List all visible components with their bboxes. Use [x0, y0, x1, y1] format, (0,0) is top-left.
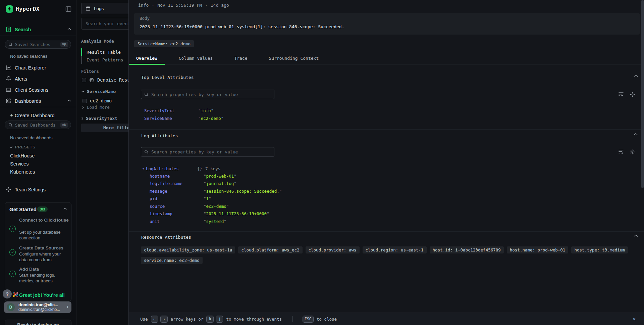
filter-group-severitytext[interactable]: SeverityText: [81, 116, 117, 121]
resource-chip[interactable]: host.id: i-0abc123def456789: [430, 246, 504, 253]
get-started-step-title[interactable]: Connect to ClickHouse: [19, 217, 69, 223]
wrap-lines-icon[interactable]: [618, 92, 624, 97]
chevron-up-icon[interactable]: [634, 234, 638, 237]
resource-chip[interactable]: host.name: prod-web-01: [507, 246, 569, 253]
sidebar-item-dashboards[interactable]: Dashboards: [0, 98, 76, 105]
chevron-up-icon: [67, 99, 71, 102]
preset-clickhouse[interactable]: ClickHouse: [10, 153, 35, 158]
property-search-input[interactable]: Search properties by key or value: [141, 147, 274, 156]
sidebar-item-alerts[interactable]: Alerts: [0, 76, 76, 83]
attribute-key[interactable]: log.file.name: [150, 181, 204, 186]
log-attributes-root-row[interactable]: ▾ LogAttributes {}7 keys: [142, 166, 220, 171]
sidebar-item-client-sessions[interactable]: Client Sessions: [0, 87, 76, 94]
get-started-step-title[interactable]: Add Data: [19, 266, 69, 272]
chevron-up-icon[interactable]: [634, 133, 638, 136]
chart-icon: [6, 65, 11, 71]
attribute-value[interactable]: "info": [198, 108, 213, 113]
resource-chip[interactable]: cloud.availability_zone: us-east-1a: [141, 246, 235, 253]
sidebar-collapse-icon[interactable]: [65, 6, 72, 12]
attribute-value[interactable]: "prod-web-01": [204, 174, 236, 179]
expander-triangle-icon[interactable]: ▾: [142, 167, 144, 171]
attribute-key[interactable]: message: [150, 189, 204, 194]
attribute-key[interactable]: hostname: [150, 174, 204, 179]
chevron-up-icon[interactable]: [634, 75, 638, 77]
get-started-step-title[interactable]: Create Data Sources: [19, 245, 69, 251]
chevron-down-icon: [81, 90, 85, 93]
gear-icon[interactable]: [630, 92, 635, 97]
ready-to-deploy-banner[interactable]: Ready to deploy on: [5, 320, 71, 325]
attribute-value[interactable]: "1": [204, 196, 211, 201]
hint-text: arrow keys or: [171, 317, 204, 322]
divider: [0, 107, 76, 107]
preset-services[interactable]: Services: [10, 161, 29, 167]
scrollbar-thumb[interactable]: [641, 0, 644, 188]
attribute-row[interactable]: timestamp "2025-11-11T23:56:19+0000": [150, 211, 269, 216]
load-more-button[interactable]: Load more: [82, 105, 110, 110]
chevron-down-icon: [9, 146, 13, 148]
mode-event-patterns[interactable]: Event Patterns: [81, 56, 135, 64]
filter-option-ec2-demo[interactable]: ec2-demo: [83, 98, 112, 103]
help-button[interactable]: ?: [3, 289, 12, 298]
chevron-up-icon[interactable]: [63, 207, 67, 210]
attribute-key[interactable]: SeverityText: [144, 108, 198, 113]
resource-chip[interactable]: cloud.region: us-east-1: [363, 246, 427, 253]
attribute-value[interactable]: "session-846.scope: Succeeded.": [204, 189, 282, 194]
attribute-row[interactable]: pid "1": [150, 196, 211, 201]
preset-kubernetes[interactable]: Kubernetes: [10, 169, 35, 175]
key-count: 7 keys: [205, 166, 220, 171]
resource-chip[interactable]: cloud.platform: aws_ec2: [238, 246, 302, 253]
resource-chip[interactable]: host.type: t3.medium: [571, 246, 628, 253]
presets-toggle[interactable]: PRESETS: [9, 145, 36, 149]
event-search-input[interactable]: Search your events: [81, 18, 133, 30]
attribute-row[interactable]: SeverityText "info": [144, 108, 213, 113]
resource-chip[interactable]: cloud.provider: aws: [306, 246, 360, 253]
filter-group-servicename[interactable]: ServiceName: [81, 89, 116, 94]
get-started-progress-badge: 3/3: [37, 206, 48, 212]
property-search-input[interactable]: Search properties by key or value: [141, 90, 274, 99]
sidebar-item-chart-explorer[interactable]: Chart Explorer: [0, 64, 76, 72]
attribute-key[interactable]: LogAttributes: [146, 166, 197, 171]
checkbox-unchecked[interactable]: [82, 78, 86, 82]
tab-column-values[interactable]: Column Values: [171, 53, 220, 64]
servicename-chip[interactable]: ServiceName: ec2-demo: [134, 40, 194, 47]
saved-searches-input[interactable]: Saved Searches ⌘K: [5, 40, 71, 49]
attribute-key[interactable]: ServiceName: [144, 116, 198, 121]
attribute-row[interactable]: ServiceName "ec2-demo": [144, 116, 223, 121]
mode-results-table[interactable]: Results Table: [81, 48, 135, 56]
cmdk-shortcut: ⌘K: [60, 42, 68, 47]
sidebar-item-search[interactable]: Search: [0, 26, 76, 34]
tab-surrounding-context[interactable]: Surrounding Context: [262, 53, 326, 64]
attribute-row[interactable]: unit "systemd": [150, 219, 226, 224]
attribute-value[interactable]: "journal.log": [204, 181, 236, 186]
attribute-row[interactable]: log.file.name "journal.log": [150, 181, 236, 186]
attribute-value[interactable]: "2025-11-11T23:56:19+0000": [204, 211, 269, 216]
gear-icon[interactable]: [630, 149, 635, 155]
attribute-value[interactable]: "ec2-demo": [204, 204, 229, 209]
dashboard-grid-icon: [6, 98, 11, 104]
tab-trace[interactable]: Trace: [227, 53, 255, 64]
section-tools: [618, 149, 635, 155]
attribute-row[interactable]: message "session-846.scope: Succeeded.": [150, 189, 282, 194]
attribute-row[interactable]: source "ec2-demo": [150, 204, 229, 209]
attribute-key[interactable]: source: [150, 204, 204, 209]
source-select-button[interactable]: Logs: [81, 3, 131, 14]
attribute-key[interactable]: pid: [150, 196, 204, 201]
sidebar-item-team-settings[interactable]: Team Settings: [0, 186, 76, 194]
tab-overview[interactable]: Overview: [129, 53, 165, 64]
saved-dashboards-input[interactable]: Saved Dashboards ⌘K: [5, 121, 71, 129]
event-search-placeholder: Search your events: [86, 21, 133, 26]
create-dashboard-button[interactable]: + Create Dashboard: [0, 112, 76, 120]
checkbox-unchecked[interactable]: [83, 99, 87, 103]
plus-icon: +: [10, 112, 13, 118]
attribute-key[interactable]: timestamp: [150, 211, 204, 216]
close-icon[interactable]: ✕: [633, 316, 636, 322]
resource-chip[interactable]: service.name: ec2-demo: [141, 257, 203, 264]
attribute-value[interactable]: "systemd": [204, 219, 226, 224]
wrap-lines-icon[interactable]: [618, 149, 624, 155]
user-account-chip[interactable]: D dominic.tran@clic... dominic.tran@clic…: [4, 301, 71, 313]
attribute-key[interactable]: unit: [150, 219, 204, 224]
attribute-row[interactable]: hostname "prod-web-01": [150, 174, 236, 179]
arrow-left-key: ←: [151, 316, 158, 323]
team-settings-label: Team Settings: [15, 187, 46, 192]
attribute-value[interactable]: "ec2-demo": [198, 116, 223, 121]
